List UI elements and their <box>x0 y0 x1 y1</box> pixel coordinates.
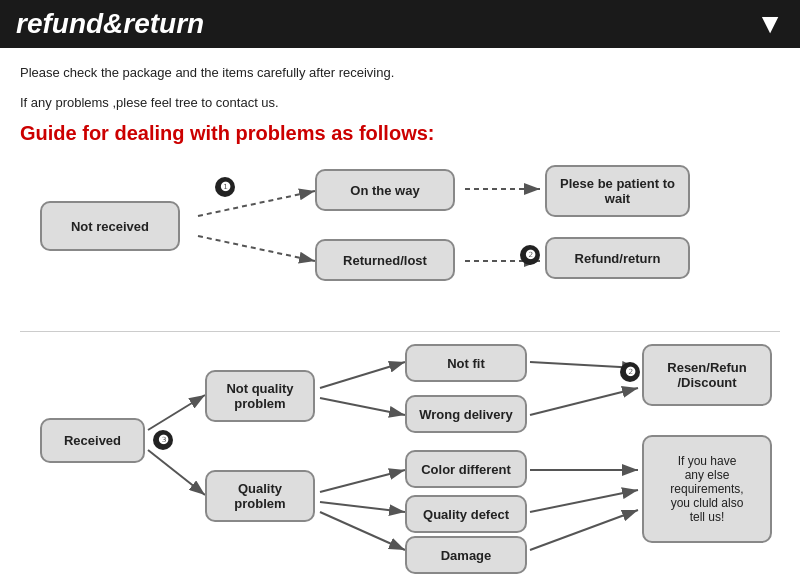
badge2-bottom: ❷ <box>620 362 640 382</box>
svg-line-9 <box>320 362 405 388</box>
top-flow: Not received ❶ On the way Returned/lost … <box>20 161 780 321</box>
color-different-box: Color different <box>405 450 527 488</box>
badge3: ❸ <box>153 430 173 450</box>
header: refund&return ▼ <box>0 0 800 48</box>
svg-line-0 <box>198 191 315 216</box>
header-title: refund&return <box>16 8 204 40</box>
badge2-top: ❷ <box>520 245 540 265</box>
returned-lost-box: Returned/lost <box>315 239 455 281</box>
svg-line-15 <box>530 388 638 415</box>
svg-line-10 <box>320 398 405 415</box>
if-you-have-box: If you have any else requirements, you c… <box>642 435 772 543</box>
on-the-way-box: On the way <box>315 169 455 211</box>
body: Please check the package and the items c… <box>0 48 800 570</box>
svg-line-7 <box>148 395 205 430</box>
quality-defect-box: Quality defect <box>405 495 527 533</box>
please-wait-box: Plese be patient to wait <box>545 165 690 217</box>
svg-line-1 <box>198 236 315 261</box>
svg-line-18 <box>530 510 638 550</box>
wrong-delivery-box: Wrong delivery <box>405 395 527 433</box>
badge1: ❶ <box>215 177 235 197</box>
damage-box: Damage <box>405 536 527 574</box>
intro-line1: Please check the package and the items c… <box>20 62 780 84</box>
not-quality-problem-box: Not quality problem <box>205 370 315 422</box>
not-fit-box: Not fit <box>405 344 527 382</box>
not-received-box: Not received <box>40 201 180 251</box>
svg-line-8 <box>148 450 205 495</box>
intro-line2: If any problems ,plese feel tree to cont… <box>20 92 780 114</box>
svg-line-11 <box>320 470 405 492</box>
flowchart: Not received ❶ On the way Returned/lost … <box>20 161 780 560</box>
quality-problem-box: Quality problem <box>205 470 315 522</box>
header-arrow: ▼ <box>756 8 784 40</box>
refund-return-box: Refund/return <box>545 237 690 279</box>
svg-line-17 <box>530 490 638 512</box>
divider <box>20 331 780 332</box>
received-box: Received <box>40 418 145 463</box>
bottom-flow: Received ❸ Not quality problem Quality p… <box>20 340 780 560</box>
resen-refund-box: Resen/Refun /Discount <box>642 344 772 406</box>
guide-title: Guide for dealing with problems as follo… <box>20 122 780 145</box>
svg-line-12 <box>320 502 405 512</box>
svg-line-13 <box>320 512 405 550</box>
